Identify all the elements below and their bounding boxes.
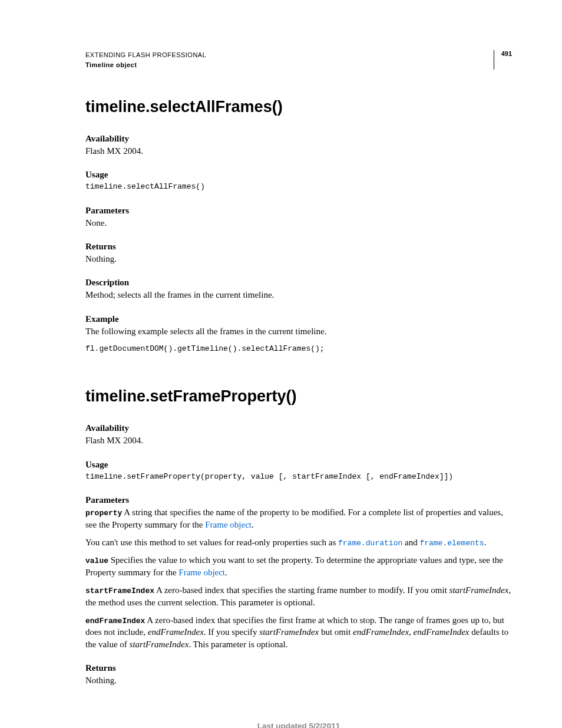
text-returns: Nothing.	[85, 253, 512, 265]
text-parameters: None.	[85, 217, 512, 229]
header-doc-title: EXTENDING FLASH PROFESSIONAL	[85, 50, 494, 60]
label-availability: Availability	[85, 134, 512, 144]
label-example: Example	[85, 314, 512, 324]
link-frame-elements[interactable]: frame.elements	[419, 539, 484, 548]
param-startFrameIndex: startFrameIndex A zero-based index that …	[85, 584, 512, 608]
text-returns: Nothing.	[85, 674, 512, 686]
label-returns: Returns	[85, 242, 512, 252]
page-header: EXTENDING FLASH PROFESSIONAL Timeline ob…	[85, 50, 512, 70]
method-title: timeline.selectAllFrames()	[85, 98, 512, 116]
label-usage: Usage	[85, 460, 512, 470]
code-example: fl.getDocumentDOM().getTimeline().select…	[85, 343, 512, 355]
param-name-property: property	[85, 509, 122, 518]
method-selectAllFrames: timeline.selectAllFrames() Availability …	[85, 98, 512, 354]
method-setFrameProperty: timeline.setFrameProperty() Availability…	[85, 387, 512, 686]
method-title: timeline.setFrameProperty()	[85, 387, 512, 406]
label-availability: Availability	[85, 423, 512, 433]
param-endFrameIndex: endFrameIndex A zero-based index that sp…	[85, 614, 512, 650]
param-readonly-note: You can't use this method to set values …	[85, 536, 512, 549]
param-property: property A string that specifies the nam…	[85, 506, 512, 531]
label-returns: Returns	[85, 663, 512, 673]
code-usage: timeline.setFrameProperty(property, valu…	[85, 471, 512, 483]
link-frame-object[interactable]: Frame object	[178, 568, 225, 577]
param-value: value Specifies the value to which you w…	[85, 554, 512, 578]
text-example-intro: The following example selects all the fr…	[85, 325, 512, 337]
text-description: Method; selects all the frames in the cu…	[85, 289, 512, 301]
text-availability: Flash MX 2004.	[85, 145, 512, 157]
code-usage: timeline.selectAllFrames()	[85, 181, 512, 193]
link-frame-object[interactable]: Frame object	[205, 520, 252, 529]
link-frame-duration[interactable]: frame.duration	[338, 539, 402, 548]
page-number: 491	[494, 50, 512, 70]
header-section-title: Timeline object	[85, 60, 494, 70]
label-description: Description	[85, 278, 512, 288]
param-name-endFrameIndex: endFrameIndex	[85, 617, 145, 625]
label-parameters: Parameters	[85, 495, 512, 505]
param-name-startFrameIndex: startFrameIndex	[85, 587, 154, 595]
param-name-value: value	[85, 556, 108, 565]
label-parameters: Parameters	[85, 206, 512, 216]
footer-updated: Last updated 5/2/2011	[85, 722, 512, 728]
text-availability: Flash MX 2004.	[85, 434, 512, 446]
label-usage: Usage	[85, 170, 512, 180]
